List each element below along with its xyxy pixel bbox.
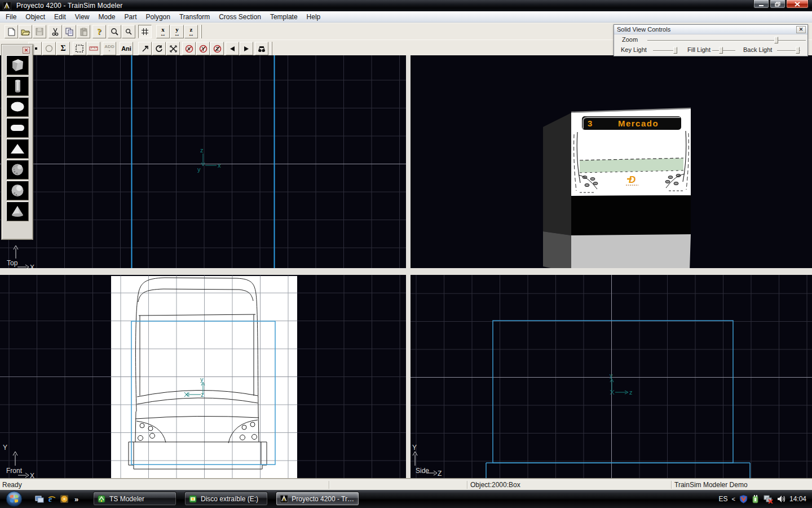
- resize-button[interactable]: [166, 42, 180, 55]
- fill-light-track[interactable]: [712, 50, 735, 51]
- zoom-slider-label: Zoom: [622, 36, 638, 43]
- menu-polygon[interactable]: Polygon: [142, 12, 175, 22]
- tool-cylinder[interactable]: [6, 76, 29, 96]
- tray-language[interactable]: ES: [719, 495, 728, 503]
- svg-text:X: X: [30, 472, 34, 479]
- minimize-button[interactable]: [753, 0, 769, 8]
- fill-light-thumb[interactable]: [719, 47, 723, 54]
- tool-sphere[interactable]: [6, 181, 29, 200]
- scale-y-button[interactable]: y↔: [170, 25, 184, 38]
- tool-box[interactable]: [6, 55, 29, 75]
- palette-close-button[interactable]: ✕: [23, 47, 30, 54]
- new-button[interactable]: [5, 25, 18, 38]
- tool-capsule[interactable]: [6, 118, 29, 138]
- select-box-button[interactable]: [73, 42, 86, 55]
- svg-text:D: D: [629, 174, 636, 185]
- menu-file[interactable]: File: [1, 12, 21, 22]
- help-button[interactable]: ?: [92, 25, 106, 38]
- svg-text:e: e: [48, 495, 52, 503]
- rotate-button[interactable]: [152, 42, 166, 55]
- exclude-z-button[interactable]: [210, 42, 224, 55]
- tool-geosphere[interactable]: [6, 160, 29, 179]
- svg-text:y: y: [610, 372, 613, 379]
- bus-destination: Mercado: [618, 119, 659, 128]
- menu-part[interactable]: Part: [120, 12, 142, 22]
- save-button[interactable]: [33, 25, 46, 38]
- menu-view[interactable]: View: [70, 12, 94, 22]
- viewport-3d[interactable]: 3 Mercado D: [411, 55, 812, 268]
- tool-dome[interactable]: [6, 202, 29, 221]
- scale-z-button[interactable]: z↔: [184, 25, 198, 38]
- tray-shield-icon[interactable]: [739, 494, 748, 503]
- svc-close-button[interactable]: ✕: [796, 26, 806, 33]
- app-icon: [3, 2, 11, 10]
- bus-3d-model[interactable]: 3 Mercado D: [543, 108, 691, 268]
- previous-button[interactable]: [226, 42, 239, 55]
- scale-x-button[interactable]: x↔: [156, 25, 170, 38]
- taskbar: e » TS Modeler Disco extraíble (E:) Proy…: [0, 490, 812, 508]
- move-button[interactable]: [138, 42, 152, 55]
- tray-volume-icon[interactable]: [777, 494, 785, 503]
- bus-route-number: 3: [588, 119, 592, 128]
- open-button[interactable]: [19, 25, 32, 38]
- viewport-front[interactable]: y z Y Front X: [0, 275, 406, 479]
- find-button[interactable]: [255, 42, 268, 55]
- key-light-label: Key Light: [621, 46, 647, 53]
- viewport-top[interactable]: z y x Top X: [0, 55, 406, 268]
- next-button[interactable]: [240, 42, 253, 55]
- quicklaunch-overflow-chevron[interactable]: »: [74, 495, 78, 503]
- zoom-in-button[interactable]: [108, 25, 121, 38]
- exclude-x-button[interactable]: [182, 42, 196, 55]
- copy-button[interactable]: [63, 25, 76, 38]
- removable-disk-icon: [188, 494, 197, 503]
- tray-power-icon[interactable]: [752, 494, 760, 503]
- add-point-button[interactable]: ADD▪: [103, 42, 116, 55]
- quicklaunch-media-icon[interactable]: [60, 494, 69, 503]
- viewport-area: z y x Top X 3 Mercado: [0, 55, 812, 480]
- svg-text:Y: Y: [412, 444, 417, 452]
- cross-section-button[interactable]: Σ: [56, 42, 70, 55]
- menu-mode[interactable]: Mode: [94, 12, 120, 22]
- tool-ellipsoid[interactable]: [6, 97, 29, 117]
- svg-text:Y: Y: [3, 444, 7, 452]
- key-light-thumb[interactable]: [673, 47, 677, 54]
- svg-text:Side: Side: [416, 467, 429, 475]
- svg-text:z: z: [200, 147, 204, 154]
- zoom-slider-thumb[interactable]: [774, 37, 778, 43]
- svc-title-bar[interactable]: Solid View Controls: [614, 25, 807, 34]
- svg-text:X: X: [30, 264, 34, 268]
- cut-button[interactable]: [48, 25, 62, 38]
- svg-text:Front: Front: [6, 467, 23, 475]
- menu-transform[interactable]: Transform: [175, 12, 214, 22]
- svg-text:z: z: [201, 391, 204, 398]
- taskbar-button-label: Disco extraíble (E:): [201, 495, 258, 503]
- grid-toggle-button[interactable]: [138, 25, 152, 38]
- restore-button[interactable]: [770, 0, 785, 8]
- menu-object[interactable]: Object: [21, 12, 50, 22]
- tray-clock[interactable]: 14:04: [789, 495, 806, 503]
- menu-template[interactable]: Template: [266, 12, 302, 22]
- taskbar-button-disco-extraible[interactable]: Disco extraíble (E:): [184, 492, 268, 506]
- quicklaunch-desktop-icon[interactable]: [35, 494, 44, 503]
- tray-chevron[interactable]: <: [732, 496, 735, 502]
- zoom-out-button[interactable]: [122, 25, 135, 38]
- menu-cross-section[interactable]: Cross Section: [214, 12, 266, 22]
- exclude-y-button[interactable]: [196, 42, 210, 55]
- circle-button[interactable]: [42, 42, 56, 55]
- zoom-slider-track[interactable]: [647, 40, 806, 41]
- quicklaunch-ie-icon[interactable]: e: [47, 494, 56, 503]
- paste-button[interactable]: [77, 25, 90, 38]
- menu-help[interactable]: Help: [302, 12, 325, 22]
- viewport-side[interactable]: y z Y Side Z: [411, 275, 812, 479]
- back-light-thumb[interactable]: [796, 47, 800, 54]
- animation-button[interactable]: Ani: [120, 42, 133, 55]
- tool-cone[interactable]: [6, 139, 29, 159]
- start-button[interactable]: [6, 491, 23, 507]
- measure-button[interactable]: [87, 42, 100, 55]
- taskbar-button-ts-modeler[interactable]: TS Modeler: [93, 492, 176, 506]
- taskbar-button-proyecto[interactable]: Proyecto 4200 - Trai...: [276, 492, 359, 506]
- solid-view-controls: Solid View Controls ✕ Zoom Key Light Fil…: [614, 24, 808, 56]
- menu-edit[interactable]: Edit: [50, 12, 70, 22]
- tray-network-icon[interactable]: [764, 494, 773, 503]
- close-button[interactable]: [786, 0, 809, 8]
